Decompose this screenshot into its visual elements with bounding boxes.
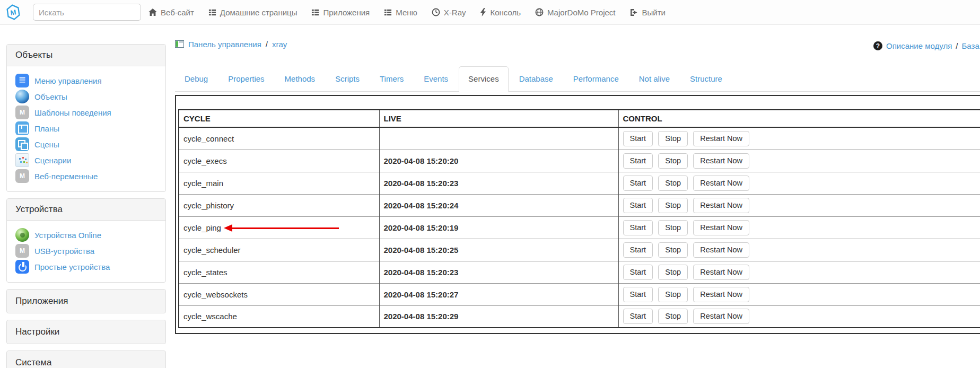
sidebar-item-web-variables[interactable]: Веб-переменные — [15, 168, 160, 184]
tab-scripts[interactable]: Scripts — [326, 66, 369, 92]
start-button[interactable]: Start — [623, 153, 653, 169]
sidebar-panel-applications: Приложения — [6, 289, 166, 313]
home-icon — [148, 8, 157, 16]
restart-now-button[interactable]: Restart Now — [693, 131, 749, 146]
restart-now-button[interactable]: Restart Now — [693, 153, 749, 169]
sidebar-item-simple-devices[interactable]: Простые устройства — [15, 259, 160, 275]
nav-home-pages[interactable]: Домашние страницы — [208, 8, 298, 17]
menu-icon — [15, 74, 29, 87]
restart-now-button[interactable]: Restart Now — [693, 309, 749, 324]
list-icon — [311, 8, 319, 16]
nav-website[interactable]: Веб-сайт — [148, 8, 194, 17]
stop-button[interactable]: Stop — [658, 265, 688, 280]
table-row: cycle_states 2020-04-08 15:20:23 Start S… — [179, 261, 980, 283]
sidebar-item-scenes[interactable]: Сцены — [15, 136, 160, 152]
search-input[interactable] — [33, 4, 141, 21]
cycle-name: cycle_phistory — [183, 201, 234, 210]
navbar-menu: Веб-сайт Домашние страницы Приложения Ме… — [148, 8, 680, 17]
restart-now-button[interactable]: Restart Now — [693, 220, 749, 235]
tab-database[interactable]: Database — [510, 66, 563, 92]
start-button[interactable]: Start — [623, 176, 653, 191]
breadcrumb-control-panel-link[interactable]: Панель управления — [188, 40, 261, 49]
restart-now-button[interactable]: Restart Now — [693, 265, 749, 280]
sidebar-section-system[interactable]: Система — [7, 351, 165, 368]
table-body: cycle_connect Start Stop Restart Now cyc… — [179, 127, 980, 328]
tab-methods[interactable]: Methods — [275, 66, 325, 92]
start-button[interactable]: Start — [623, 309, 653, 324]
sidebar-item-scripts[interactable]: Сценарии — [15, 152, 160, 168]
clock-icon — [432, 8, 440, 16]
knowledge-base-link[interactable]: База знаний — [961, 41, 980, 50]
table-row: cycle_websockets 2020-04-08 15:20:27 Sta… — [179, 283, 980, 305]
restart-now-button[interactable]: Restart Now — [693, 198, 749, 213]
sidebar: Объекты Меню управления Объекты Шаблоны … — [6, 44, 166, 368]
stop-button[interactable]: Stop — [658, 198, 688, 213]
start-button[interactable]: Start — [623, 265, 653, 280]
table-row: cycle_ping 2020-04-08 15:20:19 Start Sto… — [179, 216, 980, 239]
cycle-name: cycle_execs — [183, 156, 227, 165]
list-icon — [208, 8, 216, 16]
table-row: cycle_execs 2020-04-08 15:20:20 Start St… — [179, 150, 980, 172]
nav-logout[interactable]: Выйти — [629, 8, 665, 17]
sidebar-item-control-menu[interactable]: Меню управления — [15, 73, 160, 89]
column-header-live: LIVE — [379, 110, 618, 127]
live-timestamp: 2020-04-08 15:20:25 — [379, 239, 618, 261]
stop-button[interactable]: Stop — [658, 309, 688, 324]
tab-timers[interactable]: Timers — [370, 66, 413, 92]
stop-button[interactable]: Stop — [658, 131, 688, 146]
script-icon — [15, 153, 29, 167]
table-row: cycle_connect Start Stop Restart Now — [179, 127, 980, 150]
start-button[interactable]: Start — [623, 198, 653, 213]
tab-not-alive[interactable]: Not alive — [629, 66, 679, 92]
module-description-link[interactable]: Описание модуля — [886, 41, 952, 50]
start-button[interactable]: Start — [623, 242, 653, 258]
nav-xray[interactable]: X-Ray — [432, 8, 466, 17]
sidebar-section-devices[interactable]: Устройства — [7, 199, 165, 221]
tab-structure[interactable]: Structure — [680, 66, 732, 92]
tab-debug[interactable]: Debug — [175, 66, 217, 92]
restart-now-button[interactable]: Restart Now — [693, 176, 749, 191]
stop-button[interactable]: Stop — [658, 242, 688, 258]
red-arrow-annotation — [232, 227, 339, 229]
question-icon — [873, 41, 882, 50]
sidebar-section-settings[interactable]: Настройки — [7, 320, 165, 344]
restart-now-button[interactable]: Restart Now — [693, 242, 749, 258]
nav-majordomo-project[interactable]: MajorDoMo Project — [535, 8, 615, 17]
stop-button[interactable]: Stop — [658, 287, 688, 302]
live-timestamp: 2020-04-08 15:20:23 — [379, 172, 618, 194]
tab-events[interactable]: Events — [414, 66, 458, 92]
stop-button[interactable]: Stop — [658, 153, 688, 169]
nav-applications[interactable]: Приложения — [311, 8, 370, 17]
cycle-name: cycle_states — [183, 268, 228, 277]
sidebar-section-applications[interactable]: Приложения — [7, 290, 165, 313]
cycle-name: cycle_ping — [183, 223, 221, 232]
stop-button[interactable]: Stop — [658, 176, 688, 191]
sign-out-icon — [629, 8, 638, 16]
tab-performance[interactable]: Performance — [564, 66, 628, 92]
tab-services[interactable]: Services — [459, 66, 509, 92]
start-button[interactable]: Start — [623, 287, 653, 302]
nav-console[interactable]: Консоль — [480, 8, 521, 17]
table-row: cycle_scheduler 2020-04-08 15:20:25 Star… — [179, 239, 980, 261]
sidebar-item-behavior-templates[interactable]: Шаблоны поведения — [15, 104, 160, 120]
sidebar-item-usb-devices[interactable]: USB-устройства — [15, 243, 160, 259]
start-button[interactable]: Start — [623, 220, 653, 235]
cycle-name: cycle_scheduler — [183, 246, 241, 255]
sidebar-panel-system: Система — [6, 351, 166, 368]
column-header-control: CONTROL — [618, 110, 980, 127]
tab-properties[interactable]: Properties — [218, 66, 274, 92]
live-timestamp: 2020-04-08 15:20:20 — [379, 150, 618, 172]
majordomo-logo[interactable]: M — [6, 4, 20, 20]
breadcrumb-current-module-link[interactable]: xray — [272, 40, 287, 49]
sidebar-section-objects[interactable]: Объекты — [7, 45, 165, 66]
start-button[interactable]: Start — [623, 131, 653, 146]
nav-menu[interactable]: Меню — [384, 8, 417, 17]
globe-icon — [535, 8, 544, 16]
stop-button[interactable]: Stop — [658, 220, 688, 235]
restart-now-button[interactable]: Restart Now — [693, 287, 749, 302]
cycle-name: cycle_websockets — [183, 290, 248, 299]
sidebar-item-devices-online[interactable]: Устройства Online — [15, 227, 160, 243]
sidebar-item-objects[interactable]: Объекты — [15, 89, 160, 104]
control-panel-icon — [175, 40, 184, 48]
sidebar-item-plans[interactable]: Планы — [15, 120, 160, 136]
